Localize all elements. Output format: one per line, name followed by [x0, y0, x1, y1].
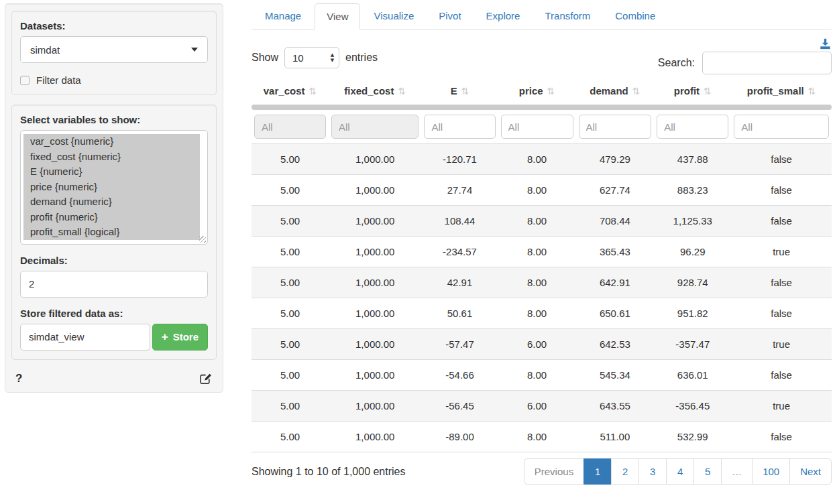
variable-option[interactable]: profit {numeric}	[23, 210, 200, 225]
show-label: Show	[252, 52, 278, 64]
horizontal-scrollbar[interactable]	[252, 105, 832, 110]
table-cell: 1,000.00	[329, 298, 421, 328]
page-button-4[interactable]: 4	[666, 458, 694, 485]
table-row: 5.001,000.0050.618.00650.61951.82false	[252, 298, 832, 328]
table-cell: 8.00	[498, 206, 576, 236]
page-length-control: Show 10 ▲▼ entries	[252, 38, 378, 68]
page-button-3[interactable]: 3	[638, 458, 667, 485]
resize-handle[interactable]	[199, 236, 206, 243]
tab-view[interactable]: View	[315, 3, 360, 29]
spinner-icon: ▲▼	[331, 53, 334, 63]
plus-icon: +	[162, 331, 168, 342]
column-label: fixed_cost	[344, 85, 394, 97]
variable-option[interactable]: fixed_cost {numeric}	[23, 149, 200, 165]
tab-manage[interactable]: Manage	[254, 3, 313, 29]
variables-listbox[interactable]: var_cost {numeric}fixed_cost {numeric}E …	[20, 130, 208, 245]
column-label: E	[451, 85, 457, 97]
tab-visualize[interactable]: Visualize	[362, 3, 425, 29]
filter-input-price[interactable]	[501, 115, 573, 139]
decimals-input[interactable]	[20, 271, 208, 298]
store-button[interactable]: + Store	[152, 324, 208, 351]
tab-bar: ManageViewVisualizePivotExploreTransform…	[252, 3, 832, 29]
datasets-label: Datasets:	[20, 20, 208, 32]
table-row: 5.001,000.00-89.008.00511.00532.99false	[252, 421, 832, 452]
filter-cell	[421, 115, 498, 139]
tab-explore[interactable]: Explore	[475, 3, 532, 29]
variable-option[interactable]: var_cost {numeric}	[23, 134, 200, 149]
column-header-demand[interactable]: demand⇅	[576, 74, 655, 104]
chevron-down-icon	[191, 48, 198, 52]
column-header-profit[interactable]: profit⇅	[654, 74, 731, 104]
table-row: 5.001,000.00-57.476.00642.53-357.47true	[252, 328, 832, 359]
column-header-var_cost[interactable]: var_cost⇅	[252, 74, 329, 104]
table-cell: -89.00	[421, 422, 498, 452]
tab-combine[interactable]: Combine	[604, 3, 667, 29]
page-button-1[interactable]: 1	[583, 458, 612, 485]
table-cell: -234.57	[421, 237, 498, 267]
table-row: 5.001,000.00-120.718.00479.29437.88false	[252, 143, 832, 174]
table-cell: true	[731, 329, 832, 359]
column-header-price[interactable]: price⇅	[498, 74, 576, 104]
table-row: 5.001,000.00-54.668.00545.34636.01false	[252, 359, 832, 390]
main-content: ManageViewVisualizePivotExploreTransform…	[252, 3, 832, 485]
table-cell: 437.88	[654, 144, 731, 174]
column-header-E[interactable]: E⇅	[421, 74, 498, 104]
table-row: 5.001,000.00-56.456.00643.55-356.45true	[252, 390, 832, 421]
table-cell: 883.23	[654, 175, 731, 205]
page-button-100[interactable]: 100	[752, 458, 790, 485]
help-icon[interactable]: ?	[15, 372, 22, 385]
search-input[interactable]	[702, 52, 832, 74]
filter-input-profit[interactable]	[657, 115, 728, 139]
store-name-input[interactable]	[20, 324, 150, 351]
filter-cell	[576, 115, 655, 139]
variable-option[interactable]: price {numeric}	[23, 180, 200, 195]
column-label: price	[519, 85, 543, 97]
page-button-next[interactable]: Next	[789, 458, 832, 485]
page-button-previous[interactable]: Previous	[524, 458, 584, 485]
column-label: profit	[674, 85, 700, 97]
table-cell: false	[731, 175, 832, 205]
tab-transform[interactable]: Transform	[533, 3, 602, 29]
dataset-panel: Datasets: simdat Filter data	[11, 11, 217, 95]
filter-input-demand[interactable]	[579, 115, 652, 139]
table-cell: 1,000.00	[329, 391, 421, 421]
download-icon[interactable]	[820, 38, 832, 50]
column-header-fixed_cost[interactable]: fixed_cost⇅	[329, 74, 421, 104]
variable-option[interactable]: demand {numeric}	[23, 194, 200, 210]
filter-cell	[654, 115, 731, 139]
table-cell: 96.29	[654, 237, 731, 267]
table-cell: 8.00	[498, 237, 576, 267]
table-cell: true	[731, 237, 832, 267]
filter-data-label: Filter data	[36, 74, 81, 86]
table-cell: 1,000.00	[329, 422, 421, 452]
table-cell: -54.66	[421, 360, 498, 390]
table-cell: 5.00	[252, 175, 329, 205]
table-cell: 643.55	[576, 391, 655, 421]
page-button-2[interactable]: 2	[611, 458, 639, 485]
variable-option[interactable]: E {numeric}	[23, 164, 200, 180]
table-cell: 5.00	[252, 298, 329, 328]
filter-data-checkbox[interactable]: Filter data	[20, 74, 208, 86]
table-cell: 50.61	[421, 298, 498, 328]
column-header-profit_small[interactable]: profit_small⇅	[731, 74, 832, 104]
view-options-panel: Select variables to show: var_cost {nume…	[11, 105, 217, 360]
table-cell: 5.00	[252, 267, 329, 298]
filter-cell	[252, 115, 329, 139]
page-button-…[interactable]: …	[721, 458, 753, 485]
table-cell: 5.00	[252, 237, 329, 267]
page-length-select[interactable]: 10 ▲▼	[284, 47, 339, 68]
filter-input-profit_small[interactable]	[734, 115, 829, 139]
filter-input-E[interactable]	[424, 115, 495, 139]
table-cell: 479.29	[576, 144, 655, 174]
table-cell: 5.00	[252, 206, 329, 236]
table-cell: 642.91	[576, 267, 655, 298]
table-row: 5.001,000.0027.748.00627.74883.23false	[252, 174, 832, 205]
tab-pivot[interactable]: Pivot	[427, 3, 472, 29]
filter-cell	[498, 115, 576, 139]
variable-option[interactable]: profit_small {logical}	[23, 225, 200, 240]
sidebar: Datasets: simdat Filter data Select vari…	[5, 3, 223, 393]
edit-icon[interactable]	[200, 373, 213, 385]
page-button-5[interactable]: 5	[693, 458, 722, 485]
dataset-select[interactable]: simdat	[20, 36, 208, 63]
table-toolbar: Show 10 ▲▼ entries Search:	[252, 38, 832, 74]
